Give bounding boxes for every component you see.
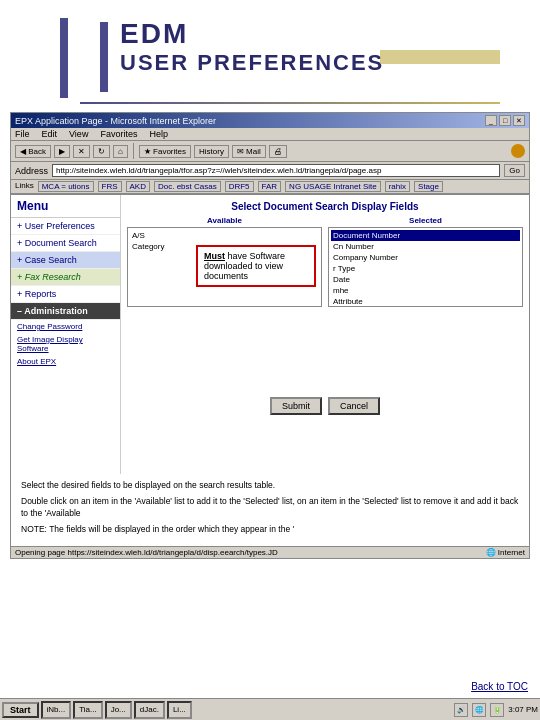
back-toc-link[interactable]: Back to TOC bbox=[471, 681, 528, 692]
browser-statusbar: Opening page https://siteindex.wleh.ld/d… bbox=[11, 546, 529, 558]
available-label: Available bbox=[127, 216, 322, 225]
sidebar-item-fax-research[interactable]: + Fax Research bbox=[11, 269, 120, 286]
title-accent-bar bbox=[380, 50, 500, 64]
selected-item-date[interactable]: Date bbox=[331, 274, 520, 285]
sidebar-item-administration[interactable]: – Administration bbox=[11, 303, 120, 320]
menu-favorites[interactable]: Favorites bbox=[100, 129, 137, 139]
link-mca[interactable]: MCA = utions bbox=[38, 181, 94, 192]
stop-button[interactable]: ✕ bbox=[73, 145, 90, 158]
favorites-button[interactable]: ★ Favorites bbox=[139, 145, 191, 158]
link-drf5[interactable]: DRF5 bbox=[225, 181, 254, 192]
links-label: Links bbox=[15, 181, 34, 192]
browser-toolbar: ◀ Back ▶ ✕ ↻ ⌂ ★ Favorites History ✉ Mai… bbox=[11, 141, 529, 162]
available-item-as[interactable]: A/S bbox=[130, 230, 319, 241]
menu-edit[interactable]: Edit bbox=[42, 129, 58, 139]
address-label: Address bbox=[15, 166, 48, 176]
taskbar-window-4[interactable]: dJac. bbox=[134, 701, 165, 719]
browser-address-bar: Address Go bbox=[11, 162, 529, 180]
system-tray: 🔊 🌐 🔋 3:07 PM bbox=[454, 703, 538, 717]
statusbar-left: Opening page https://siteindex.wleh.ld/d… bbox=[15, 548, 278, 557]
selected-item-r-type[interactable]: r Type bbox=[331, 263, 520, 274]
bottom-text-line2: Double click on an item in the 'Availabl… bbox=[21, 496, 519, 520]
selected-field-box: Selected Document Number Cn Number Compa… bbox=[328, 216, 523, 307]
browser-window-controls: _ □ ✕ bbox=[485, 115, 525, 126]
ie-logo bbox=[511, 144, 525, 158]
selected-item-cn-number[interactable]: Cn Number bbox=[331, 241, 520, 252]
refresh-button[interactable]: ↻ bbox=[93, 145, 110, 158]
browser-titlebar: EPX Application Page - Microsoft Interne… bbox=[11, 113, 529, 128]
sidebar-title: Menu bbox=[11, 195, 120, 218]
selected-label: Selected bbox=[328, 216, 523, 225]
maximize-button[interactable]: □ bbox=[499, 115, 511, 126]
title-divider bbox=[80, 102, 500, 104]
sidebar-item-user-preferences[interactable]: + User Preferences bbox=[11, 218, 120, 235]
title-section: EDM USER PREFERENCES bbox=[0, 0, 540, 102]
bottom-text-line3: NOTE: The fields will be displayed in th… bbox=[21, 524, 519, 536]
minimize-button[interactable]: _ bbox=[485, 115, 497, 126]
toolbar-separator bbox=[133, 143, 134, 159]
menu-view[interactable]: View bbox=[69, 129, 88, 139]
start-button[interactable]: Start bbox=[2, 702, 39, 718]
sidebar-item-document-search[interactable]: + Document Search bbox=[11, 235, 120, 252]
sidebar-menu: Menu + User Preferences + Document Searc… bbox=[11, 195, 121, 474]
cancel-button[interactable]: Cancel bbox=[328, 397, 380, 415]
selected-item-attribute[interactable]: Attribute bbox=[331, 296, 520, 307]
menu-file[interactable]: File bbox=[15, 129, 30, 139]
taskbar-window-1[interactable]: iNb... bbox=[41, 701, 72, 719]
internet-zone-icon: 🌐 bbox=[486, 548, 496, 557]
bottom-text-line1: Select the desired fields to be displaye… bbox=[21, 480, 519, 492]
selected-item-mhe[interactable]: mhe bbox=[331, 285, 520, 296]
go-button[interactable]: Go bbox=[504, 164, 525, 177]
field-selection-area: Available A/S Category Selected Document… bbox=[127, 216, 523, 307]
systray-icon-2: 🌐 bbox=[472, 703, 486, 717]
taskbar-window-3[interactable]: Jo... bbox=[105, 701, 132, 719]
main-content-area: Select Document Search Display Fields Av… bbox=[121, 195, 529, 474]
browser-window: EPX Application Page - Microsoft Interne… bbox=[10, 112, 530, 559]
link-intranet[interactable]: NG USAGE Intranet Site bbox=[285, 181, 381, 192]
print-button[interactable]: 🖨 bbox=[269, 145, 287, 158]
sidebar-item-reports[interactable]: + Reports bbox=[11, 286, 120, 303]
menu-help[interactable]: Help bbox=[149, 129, 168, 139]
content-title: Select Document Search Display Fields bbox=[127, 201, 523, 212]
link-akd[interactable]: AKD bbox=[126, 181, 150, 192]
callout-must-text: Must bbox=[204, 251, 225, 261]
systray-icon-3: 🔋 bbox=[490, 703, 504, 717]
browser-content: Menu + User Preferences + Document Searc… bbox=[11, 194, 529, 474]
title-line1: EDM bbox=[120, 18, 384, 50]
browser-title-text: EPX Application Page - Microsoft Interne… bbox=[15, 116, 216, 126]
history-button[interactable]: History bbox=[194, 145, 229, 158]
title-line2: USER PREFERENCES bbox=[120, 50, 384, 76]
submit-button[interactable]: Submit bbox=[270, 397, 322, 415]
sidebar-subitem-about[interactable]: About EPX bbox=[11, 355, 120, 368]
internet-zone-label: Internet bbox=[498, 548, 525, 557]
content-buttons: Submit Cancel bbox=[127, 397, 523, 415]
sidebar-subitem-change-password[interactable]: Change Password bbox=[11, 320, 120, 333]
link-doc-cases[interactable]: Doc. ebst Casas bbox=[154, 181, 221, 192]
sidebar-item-case-search[interactable]: + Case Search bbox=[11, 252, 120, 269]
browser-menubar: File Edit View Favorites Help bbox=[11, 128, 529, 141]
mail-button[interactable]: ✉ Mail bbox=[232, 145, 266, 158]
browser-links-bar: Links MCA = utions FRS AKD Doc. ebst Cas… bbox=[11, 180, 529, 194]
taskbar-window-2[interactable]: Tia... bbox=[73, 701, 102, 719]
link-frs[interactable]: FRS bbox=[98, 181, 122, 192]
home-button[interactable]: ⌂ bbox=[113, 145, 128, 158]
callout-box: Must have Software downloaded to view do… bbox=[196, 245, 316, 287]
forward-button[interactable]: ▶ bbox=[54, 145, 70, 158]
taskbar: Start iNb... Tia... Jo... dJac. Li... 🔊 … bbox=[0, 698, 540, 720]
link-rahix[interactable]: rahix bbox=[385, 181, 410, 192]
system-clock: 3:07 PM bbox=[508, 705, 538, 714]
selected-listbox[interactable]: Document Number Cn Number Company Number… bbox=[328, 227, 523, 307]
link-stage[interactable]: Stage bbox=[414, 181, 443, 192]
selected-item-doc-number[interactable]: Document Number bbox=[331, 230, 520, 241]
address-input[interactable] bbox=[52, 164, 500, 177]
taskbar-window-5[interactable]: Li... bbox=[167, 701, 192, 719]
statusbar-right: 🌐 Internet bbox=[486, 548, 525, 557]
systray-icon-1: 🔊 bbox=[454, 703, 468, 717]
link-far[interactable]: FAR bbox=[258, 181, 282, 192]
sidebar-subitem-get-image[interactable]: Get Image Display Software bbox=[11, 333, 120, 355]
selected-item-company-number[interactable]: Company Number bbox=[331, 252, 520, 263]
back-button[interactable]: ◀ Back bbox=[15, 145, 51, 158]
bottom-text-section: Select the desired fields to be displaye… bbox=[11, 474, 529, 546]
close-button[interactable]: ✕ bbox=[513, 115, 525, 126]
